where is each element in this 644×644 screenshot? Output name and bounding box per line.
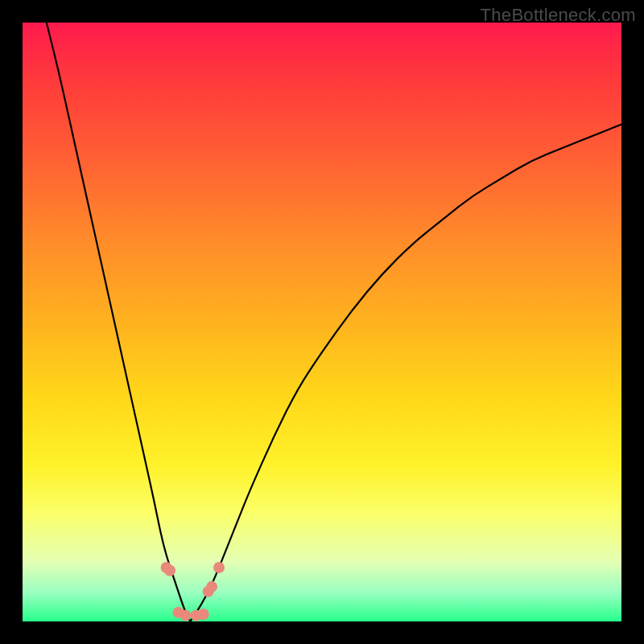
marker-dot (164, 565, 175, 576)
chart-frame: TheBottleneck.com (0, 0, 644, 644)
plot-area (23, 23, 621, 621)
marker-dot (206, 581, 217, 592)
marker-dot (198, 609, 209, 620)
marker-dot (180, 610, 191, 621)
marker-group (161, 562, 225, 621)
curve-group (47, 23, 621, 621)
curve-right-branch (190, 124, 621, 621)
marker-dot (213, 562, 225, 573)
plot-svg (23, 23, 621, 621)
curve-left-branch (47, 23, 191, 621)
